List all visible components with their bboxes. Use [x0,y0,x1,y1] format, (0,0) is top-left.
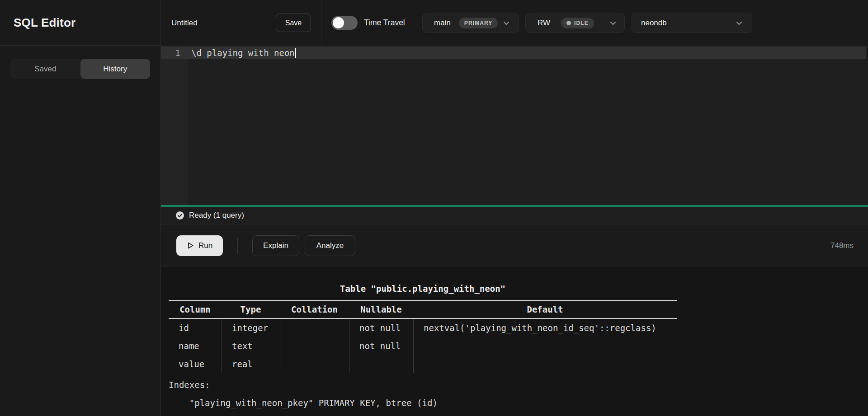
results-cell: real [222,355,280,373]
branch-select[interactable]: main PRIMARY [422,13,519,33]
analyze-button[interactable]: Analyze [305,235,355,256]
status-bar: Ready (1 query) [161,207,868,224]
run-button[interactable]: Run [176,235,223,256]
results-cell [280,355,349,373]
branch-primary-badge: PRIMARY [459,18,498,28]
results-header-cell: Default [413,304,677,314]
results-footer-line: Indexes: [169,376,677,394]
branch-name: main [434,19,451,28]
results-header-cell: Collation [280,304,349,314]
results-cell: name [169,337,222,355]
toggle-knob [333,17,344,28]
results-header-cell: Type [222,304,280,314]
idle-status-dot [566,21,571,25]
results-footer-line: "playing_with_neon_pkey" PRIMARY KEY, bt… [169,394,677,412]
tab-history[interactable]: History [80,59,151,79]
results-body: idintegernot nullnextval('playing_with_n… [169,319,677,373]
results-cell: not null [349,337,413,355]
saved-history-switch: Saved History [10,59,150,79]
results-header-cell: Nullable [349,304,413,314]
text-cursor [295,48,296,58]
sql-code-editor[interactable]: 1 \d playing_with_neon [161,46,868,205]
time-travel-label: Time Travel [364,0,405,46]
results-cell: id [169,319,222,337]
explain-button[interactable]: Explain [252,235,299,256]
compute-endpoint-select[interactable]: RW IDLE [525,13,625,33]
results-footer: Indexes: "playing_with_neon_pkey" PRIMAR… [169,376,677,412]
results-cell [280,319,349,337]
results-row: idintegernot nullnextval('playing_with_n… [169,319,677,337]
page-title: SQL Editor [14,16,75,30]
results-panel: Table "public.playing_with_neon" ColumnT… [161,266,868,416]
line-number-gutter [161,46,188,205]
sidebar-header: SQL Editor [0,0,160,46]
topbar-divider [321,0,321,46]
code-line-1: 1 \d playing_with_neon [161,47,296,59]
tab-saved[interactable]: Saved [10,59,80,79]
results-header-row: ColumnTypeCollationNullableDefault [169,300,677,319]
results-cell: text [222,337,280,355]
endpoint-status-label: IDLE [574,20,589,26]
results-row: nametextnot null [169,337,677,355]
topbar: Untitled Save Time Travel main PRIMARY R… [161,0,868,46]
results-header-cell: Column [169,304,222,314]
results-cell [280,337,349,355]
endpoint-name: RW [538,19,550,28]
chevron-down-icon [734,18,744,28]
results-output: Table "public.playing_with_neon" ColumnT… [169,266,677,412]
play-icon [187,242,194,249]
results-cell [349,355,413,373]
results-table-title: Table "public.playing_with_neon" [169,284,677,294]
results-cell: nextval('playing_with_neon_id_seq'::regc… [413,319,677,337]
results-cell: integer [222,319,280,337]
results-cell [413,355,677,373]
query-title[interactable]: Untitled [171,0,198,46]
chevron-down-icon [501,18,511,28]
line-number: 1 [161,47,188,59]
sidebar: SQL Editor Saved History [0,0,161,416]
code-text: \d playing_with_neon [188,47,296,59]
save-button[interactable]: Save [276,14,311,32]
results-row: valuereal [169,355,677,373]
chevron-down-icon [608,18,618,28]
database-select[interactable]: neondb [632,13,752,33]
sql-editor-app: SQL Editor Saved History Untitled Save T… [0,0,868,416]
time-travel-toggle[interactable] [331,16,358,30]
results-cell [413,337,677,355]
status-message: Ready (1 query) [189,211,244,220]
results-cell: not null [349,319,413,337]
query-duration: 748ms [830,241,854,250]
endpoint-status-badge: IDLE [561,18,594,28]
run-label: Run [198,241,212,250]
ready-check-icon [176,211,184,220]
database-name: neondb [641,19,667,28]
button-divider [237,238,238,254]
results-cell: value [169,355,222,373]
action-bar: Run Explain Analyze 748ms [161,225,868,266]
